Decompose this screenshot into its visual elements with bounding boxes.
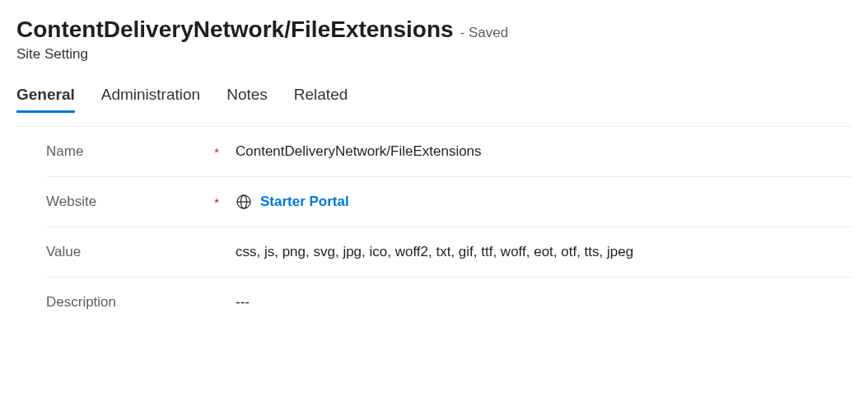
field-label-value: Value	[46, 244, 236, 260]
save-status: - Saved	[460, 25, 509, 41]
label-text-website: Website	[46, 194, 96, 210]
name-field[interactable]: ContentDeliveryNetwork/FileExtensions	[236, 143, 852, 160]
entity-type-label: Site Setting	[16, 46, 852, 63]
page-header: ContentDeliveryNetwork/FileExtensions - …	[16, 16, 852, 63]
value-value-text: css, js, png, svg, jpg, ico, woff2, txt,…	[236, 244, 633, 260]
value-field[interactable]: css, js, png, svg, jpg, ico, woff2, txt,…	[236, 244, 852, 260]
form-panel: Name * ContentDeliveryNetwork/FileExtens…	[16, 126, 852, 327]
tab-general[interactable]: General	[16, 79, 75, 113]
tab-administration[interactable]: Administration	[101, 79, 200, 113]
field-row-description: Description ---	[46, 278, 852, 327]
required-indicator: *	[214, 195, 219, 209]
field-row-value: Value css, js, png, svg, jpg, ico, woff2…	[46, 227, 852, 278]
page-title: ContentDeliveryNetwork/FileExtensions	[16, 16, 454, 43]
label-text-value: Value	[46, 244, 81, 260]
header-title-row: ContentDeliveryNetwork/FileExtensions - …	[16, 16, 852, 43]
tab-bar: General Administration Notes Related	[16, 79, 852, 113]
tab-related[interactable]: Related	[294, 79, 348, 113]
field-label-description: Description	[46, 294, 236, 311]
website-field[interactable]: Starter Portal	[236, 194, 852, 210]
field-row-website: Website * Starter Portal	[46, 177, 852, 227]
field-label-website: Website *	[46, 194, 236, 210]
description-value-text: ---	[236, 294, 250, 311]
field-label-name: Name *	[46, 143, 236, 160]
required-indicator: *	[214, 145, 219, 159]
description-field[interactable]: ---	[236, 294, 852, 311]
label-text-description: Description	[46, 294, 116, 311]
website-link[interactable]: Starter Portal	[260, 194, 349, 210]
label-text-name: Name	[46, 143, 83, 160]
name-value-text: ContentDeliveryNetwork/FileExtensions	[236, 143, 482, 160]
tab-notes[interactable]: Notes	[226, 79, 268, 113]
field-row-name: Name * ContentDeliveryNetwork/FileExtens…	[46, 127, 852, 177]
globe-icon	[236, 194, 252, 210]
